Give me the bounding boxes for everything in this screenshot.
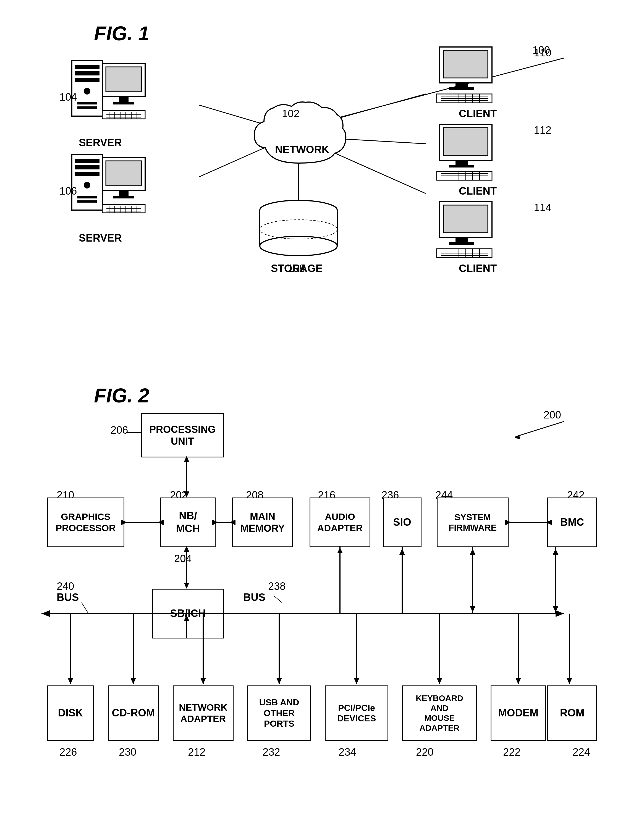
ref-200: 200 [544, 409, 561, 421]
svg-line-157 [274, 596, 282, 603]
graphics-label: GRAPHICS PROCESSOR [55, 511, 115, 534]
ref-114: 114 [534, 202, 551, 214]
svg-rect-39 [113, 196, 134, 198]
svg-rect-59 [449, 87, 474, 90]
svg-rect-17 [119, 97, 129, 102]
server2-label: SERVER [79, 232, 122, 244]
svg-rect-34 [77, 196, 97, 198]
svg-rect-35 [77, 200, 97, 202]
disk-label: DISK [58, 707, 83, 719]
svg-marker-131 [470, 549, 475, 555]
fig1-title: FIG. 1 [94, 22, 149, 45]
svg-marker-150 [437, 678, 442, 684]
storage-cylinder [254, 199, 343, 261]
rom-box: ROM [547, 686, 597, 741]
svg-rect-76 [449, 165, 474, 167]
sio-label: SIO [393, 516, 411, 529]
cdrom-label: CD-ROM [112, 707, 155, 719]
sb-ich-label: SB/ICH [170, 607, 206, 620]
ref-112: 112 [534, 124, 551, 136]
fig2-title: FIG. 2 [94, 384, 149, 407]
sb-ich-box: SB/ICH [152, 589, 224, 638]
svg-marker-146 [276, 678, 282, 684]
svg-marker-124 [41, 610, 50, 617]
client1-label: CLIENT [459, 108, 497, 120]
svg-rect-37 [106, 161, 141, 186]
network-adapter-box: NETWORK ADAPTER [173, 686, 233, 741]
server1-icon [66, 55, 149, 139]
svg-rect-13 [77, 102, 97, 104]
bmc-box: BMC [547, 497, 597, 547]
server2-icon [66, 149, 149, 233]
ref-212: 212 [188, 746, 205, 758]
client2-icon [426, 122, 503, 184]
rom-label: ROM [560, 707, 584, 719]
nb-mch-label: NB/ MCH [176, 510, 200, 535]
client2-label: CLIENT [459, 185, 497, 197]
ref-106: 106 [60, 185, 77, 197]
pci-label: PCI/PCIe DEVICES [337, 702, 376, 724]
graphics-box: GRAPHICS PROCESSOR [47, 497, 124, 547]
bus1-label: BUS [57, 592, 79, 603]
ref-104: 104 [60, 91, 77, 103]
keyboard-label: KEYBOARD AND MOUSE ADAPTER [416, 693, 463, 733]
svg-rect-10 [75, 71, 100, 75]
svg-marker-152 [515, 678, 521, 684]
svg-marker-132 [470, 606, 475, 612]
ref-224: 224 [573, 746, 590, 758]
svg-marker-134 [553, 549, 558, 555]
svg-rect-38 [119, 191, 129, 196]
keyboard-box: KEYBOARD AND MOUSE ADAPTER [402, 686, 477, 741]
server1-label: SERVER [79, 137, 122, 149]
svg-marker-114 [184, 583, 189, 589]
modem-box: MODEM [491, 686, 546, 741]
audio-box: AUDIO ADAPTER [310, 497, 370, 547]
system-firmware-label: SYSTEM FIRMWARE [449, 512, 497, 533]
svg-rect-32 [75, 172, 100, 176]
svg-point-33 [84, 182, 90, 189]
processing-unit-box: PROCESSING UNIT [141, 413, 224, 457]
main-memory-box: MAIN MEMORY [232, 497, 293, 547]
ref-232: 232 [262, 746, 280, 758]
svg-point-89 [465, 161, 467, 164]
usb-box: USB AND OTHER PORTS [247, 686, 311, 741]
svg-rect-18 [113, 102, 134, 104]
svg-marker-108 [514, 435, 520, 439]
svg-rect-14 [77, 106, 97, 109]
client3-icon [426, 199, 503, 261]
ref-234: 234 [339, 746, 356, 758]
svg-rect-93 [449, 242, 474, 245]
ref-222: 222 [503, 746, 520, 758]
ref-220: 220 [416, 746, 433, 758]
svg-marker-127 [337, 547, 343, 554]
ref-110: 110 [534, 47, 551, 59]
disk-box: DISK [47, 686, 94, 741]
ref-102: 102 [282, 108, 299, 120]
nb-mch-box: NB/ MCH [160, 497, 216, 547]
ref-204: 204 [174, 553, 192, 565]
svg-marker-142 [130, 678, 136, 684]
svg-point-54 [260, 236, 337, 256]
svg-point-71 [459, 83, 462, 86]
network-adapter-label: NETWORK ADAPTER [179, 702, 227, 724]
bmc-label: BMC [560, 516, 584, 529]
fig1-diagram: FIG. 1 100 [33, 22, 611, 354]
svg-rect-74 [444, 128, 488, 155]
svg-marker-144 [200, 678, 206, 684]
svg-marker-129 [399, 549, 405, 555]
svg-rect-11 [75, 78, 100, 82]
main-memory-label: MAIN MEMORY [241, 511, 285, 534]
usb-label: USB AND OTHER PORTS [259, 697, 299, 729]
processing-unit-label: PROCESSING UNIT [149, 423, 216, 447]
svg-rect-30 [75, 159, 100, 163]
audio-label: AUDIO ADAPTER [317, 511, 363, 534]
svg-marker-125 [555, 610, 564, 617]
svg-line-107 [515, 422, 564, 437]
sio-box: SIO [383, 497, 422, 547]
svg-rect-57 [444, 50, 488, 78]
ref-206: 206 [110, 424, 128, 436]
modem-label: MODEM [498, 707, 538, 719]
svg-line-158 [81, 603, 89, 613]
cdrom-box: CD-ROM [108, 686, 159, 741]
svg-point-12 [84, 88, 90, 95]
